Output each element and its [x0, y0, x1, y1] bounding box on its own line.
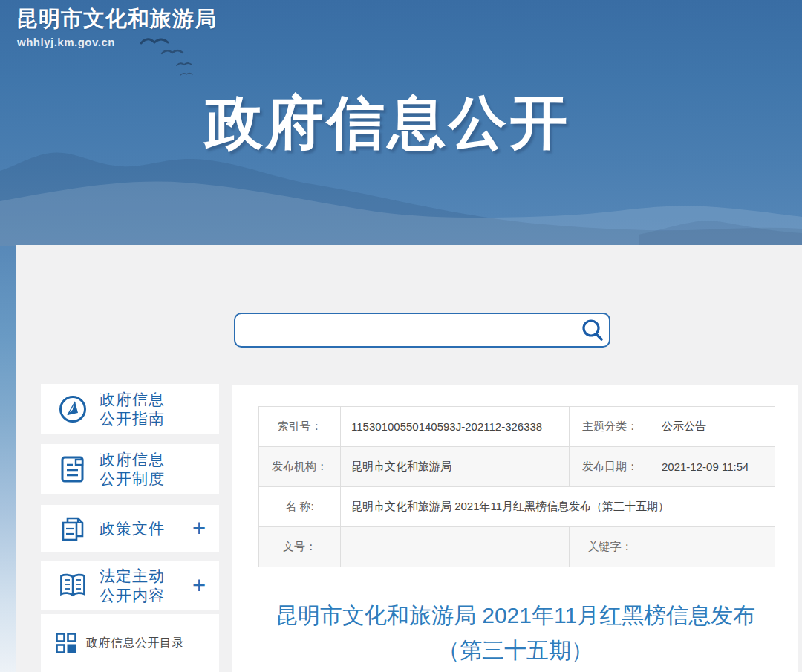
meta-value-doc-number	[341, 527, 570, 567]
sidebar-item-policy-documents[interactable]: 政策文件 +	[41, 505, 219, 552]
meta-label-category: 主题分类：	[570, 407, 651, 447]
birds-icon	[140, 36, 206, 80]
expand-plus-icon[interactable]: +	[192, 517, 209, 540]
site-url: whhlyj.km.gov.cn	[17, 36, 115, 48]
table-row: 文号： 关键字：	[259, 527, 775, 567]
article-title: 昆明市文化和旅游局 2021年11月红黑榜信息发布（第三十五期）	[232, 598, 798, 668]
sidebar-item-gov-info-directory[interactable]: 政府信息公开目录	[41, 614, 219, 672]
meta-label-pub-date: 发布日期：	[570, 447, 651, 487]
pages-icon	[57, 513, 88, 544]
sidebar-item-label: 政策文件	[100, 519, 165, 538]
doc-meta-table: 索引号： 11530100550140593J-202112-326338 主题…	[258, 406, 775, 567]
meta-value-pub-date: 2021-12-09 11:54	[651, 447, 775, 487]
table-row: 发布机构： 昆明市文化和旅游局 发布日期： 2021-12-09 11:54	[259, 447, 775, 487]
site-name: 昆明市文化和旅游局	[16, 4, 217, 34]
search-divider-left	[42, 330, 219, 330]
compass-icon	[57, 394, 88, 425]
table-row: 索引号： 11530100550140593J-202112-326338 主题…	[259, 407, 775, 447]
meta-value-index: 11530100550140593J-202112-326338	[341, 407, 570, 447]
meta-value-publisher: 昆明市文化和旅游局	[341, 447, 570, 487]
sidebar-item-label: 政府信息公开目录	[86, 633, 184, 653]
table-row: 名 称: 昆明市文化和旅游局 2021年11月红黑榜信息发布（第三十五期）	[259, 487, 775, 527]
grid-icon	[56, 633, 76, 653]
search-button[interactable]	[576, 314, 609, 346]
sidebar-item-label: 政府信息 公开制度	[100, 450, 165, 489]
search-box	[234, 313, 610, 348]
search-input[interactable]	[235, 314, 576, 346]
sidebar-item-label: 政府信息 公开指南	[100, 390, 165, 428]
meta-value-category: 公示公告	[651, 407, 775, 447]
document-icon	[57, 454, 88, 485]
banner-title: 政府信息公开	[0, 85, 775, 163]
meta-label-index: 索引号：	[259, 407, 341, 447]
meta-label-title: 名 称:	[259, 487, 341, 527]
meta-value-keywords	[651, 527, 775, 567]
meta-label-publisher: 发布机构：	[259, 447, 341, 487]
sidebar-item-statutory-disclosure[interactable]: 法定主动 公开内容 +	[41, 561, 219, 610]
meta-value-title: 昆明市文化和旅游局 2021年11月红黑榜信息发布（第三十五期）	[341, 487, 775, 527]
page: 昆明市文化和旅游局 whhlyj.km.gov.cn 政府信息公开	[0, 0, 802, 672]
search-icon	[581, 319, 604, 342]
book-icon	[57, 570, 88, 601]
sidebar-item-label: 法定主动 公开内容	[100, 567, 165, 605]
search-divider-right	[624, 330, 789, 330]
main-card: 索引号： 11530100550140593J-202112-326338 主题…	[232, 385, 798, 672]
expand-plus-icon[interactable]: +	[192, 574, 209, 597]
meta-label-keywords: 关键字：	[570, 527, 651, 567]
meta-label-doc-number: 文号：	[259, 527, 341, 567]
sidebar-item-gov-info-guide[interactable]: 政府信息 公开指南	[41, 384, 219, 434]
sidebar-item-gov-info-system[interactable]: 政府信息 公开制度	[41, 444, 219, 494]
